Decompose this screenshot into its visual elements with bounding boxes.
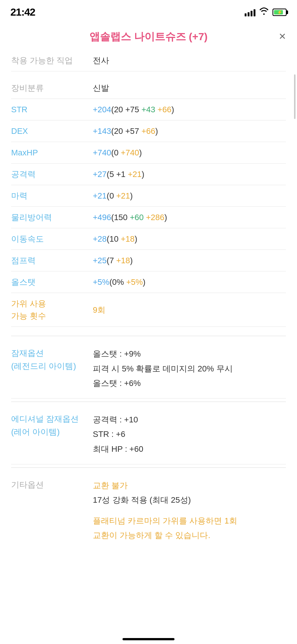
equip-type-row: 장비분류 신발 [11, 77, 286, 99]
pdef-value: +496(150 +60 +286) [93, 211, 286, 223]
potential-content: 올스탯 : +9% 피격 시 5% 확률로 데미지의 20% 무시 올스탯 : … [93, 347, 286, 391]
jump-row: 점프력 +25(7 +18) [11, 250, 286, 271]
other-line-2: 17성 강화 적용 (최대 25성) [93, 493, 286, 508]
potential-label: 잠재옵션(레전드리 아이템) [11, 347, 93, 373]
add-line-2: STR : +6 [93, 427, 286, 442]
add-line-1: 공격력 : +10 [93, 412, 286, 427]
pdef-label: 물리방어력 [11, 211, 93, 223]
potential-line-1: 올스탯 : +9% [93, 347, 286, 361]
pdef-row: 물리방어력 +496(150 +60 +286) [11, 207, 286, 228]
atk-label: 공격력 [11, 168, 93, 180]
close-button[interactable]: × [279, 30, 286, 42]
other-options-content: 교환 불가 17성 강화 적용 (최대 25성) 플래티넘 카르마의 가위를 사… [93, 478, 286, 543]
movespeed-value: +28(10 +18) [93, 233, 286, 245]
allstat-row: 올스탯 +5%(0% +5%) [11, 271, 286, 293]
maxhp-row: MaxHP +740(0 +740) [11, 142, 286, 164]
atk-value: +27(5 +1 +21) [93, 168, 286, 180]
maxhp-label: MaxHP [11, 146, 93, 159]
other-options-section: 기타옵션 교환 불가 17성 강화 적용 (최대 25성) 플래티넘 카르마의 … [11, 471, 286, 550]
divider-2 [11, 402, 286, 402]
other-line-3: 플래티넘 카르마의 가위를 사용하면 1회교환이 가능하게 할 수 있습니다. [93, 513, 286, 543]
signal-bars-icon [245, 8, 255, 16]
potential-line-3: 올스탯 : +6% [93, 376, 286, 391]
str-value: +204(20 +75 +43 +66) [93, 103, 286, 116]
scissors-label: 가위 사용가능 횟수 [11, 297, 93, 322]
scissors-value: 9회 [93, 304, 286, 316]
divider-1 [11, 336, 286, 336]
job-row: 착용 가능한 직업 전사 [11, 50, 286, 71]
dex-value: +143(20 +57 +66) [93, 125, 286, 137]
str-row: STR +204(20 +75 +43 +66) [11, 99, 286, 120]
modal-header: 앱솔랩스 나이트슈즈 (+7) × [11, 22, 286, 50]
potential-line-2: 피격 시 5% 확률로 데미지의 20% 무시 [93, 361, 286, 376]
potential-section: 잠재옵션(레전드리 아이템) 올스탯 : +9% 피격 시 5% 확률로 데미지… [11, 339, 286, 399]
additional-potential-section: 에디셔널 잠재옵션(레어 아이템) 공격력 : +10 STR : +6 최대 … [11, 405, 286, 464]
equip-type-label: 장비분류 [11, 82, 93, 94]
scroll-indicator [294, 74, 296, 119]
magic-value: +21(0 +21) [93, 190, 286, 202]
other-options-label: 기타옵션 [11, 478, 93, 491]
magic-label: 마력 [11, 190, 93, 202]
battery-icon: ⚡ [272, 9, 287, 16]
dex-row: DEX +143(20 +57 +66) [11, 120, 286, 142]
jump-value: +25(7 +18) [93, 254, 286, 267]
allstat-label: 올스탯 [11, 276, 93, 288]
allstat-value: +5%(0% +5%) [93, 276, 286, 288]
divider-3 [11, 467, 286, 468]
movespeed-row: 이동속도 +28(10 +18) [11, 228, 286, 250]
status-bar: 21:42 ⚡ [0, 0, 297, 22]
dex-label: DEX [11, 125, 93, 137]
additional-potential-content: 공격력 : +10 STR : +6 최대 HP : +60 [93, 412, 286, 457]
scissors-row: 가위 사용가능 횟수 9회 [11, 293, 286, 327]
other-line-1: 교환 불가 [93, 478, 286, 493]
additional-potential-label: 에디셔널 잠재옵션(레어 아이템) [11, 412, 93, 438]
job-value: 전사 [93, 54, 286, 67]
status-time: 21:42 [10, 6, 35, 18]
wifi-icon [259, 7, 269, 17]
atk-row: 공격력 +27(5 +1 +21) [11, 164, 286, 185]
maxhp-value: +740(0 +740) [93, 146, 286, 159]
jump-label: 점프력 [11, 254, 93, 267]
modal-container: 앱솔랩스 나이트슈즈 (+7) × 착용 가능한 직업 전사 장비분류 신발 S… [0, 22, 297, 573]
add-line-3: 최대 HP : +60 [93, 442, 286, 457]
movespeed-label: 이동속도 [11, 233, 93, 245]
home-indicator [123, 638, 174, 640]
equip-type-value: 신발 [93, 82, 286, 94]
status-icons: ⚡ [245, 7, 287, 17]
str-label: STR [11, 103, 93, 116]
modal-title: 앱솔랩스 나이트슈즈 (+7) [11, 30, 286, 44]
magic-row: 마력 +21(0 +21) [11, 185, 286, 207]
job-label: 착용 가능한 직업 [11, 54, 93, 67]
